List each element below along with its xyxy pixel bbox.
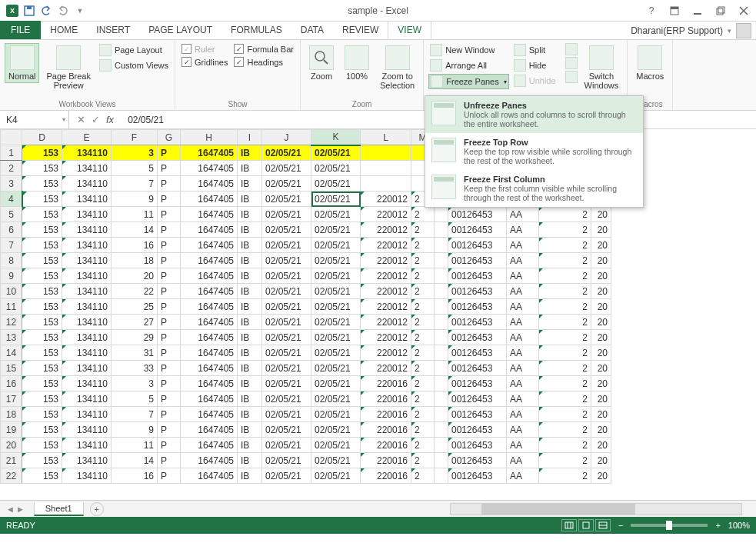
cell[interactable]: 20 bbox=[591, 238, 611, 253]
cell[interactable]: 220016 bbox=[361, 376, 411, 391]
cell[interactable]: 153 bbox=[22, 253, 62, 268]
restore-icon[interactable] bbox=[711, 3, 730, 18]
reset-pos-icon[interactable] bbox=[565, 71, 578, 83]
cell[interactable]: 153 bbox=[22, 176, 62, 192]
cell[interactable] bbox=[435, 253, 448, 268]
cell[interactable]: IB bbox=[238, 345, 262, 361]
row-header[interactable]: 18 bbox=[1, 407, 22, 422]
cell[interactable]: 153 bbox=[22, 145, 62, 161]
cell[interactable]: 16 bbox=[112, 468, 158, 484]
cell[interactable] bbox=[435, 238, 448, 253]
cell[interactable]: 1647405 bbox=[181, 438, 238, 453]
cell[interactable]: P bbox=[158, 453, 181, 468]
row-header[interactable]: 20 bbox=[1, 438, 22, 453]
macros-button[interactable]: Macros bbox=[632, 43, 668, 83]
cell[interactable] bbox=[435, 468, 448, 484]
cell[interactable]: 1647405 bbox=[181, 222, 238, 238]
cell[interactable]: P bbox=[158, 207, 181, 222]
cell[interactable]: 134110 bbox=[62, 315, 112, 330]
cell[interactable]: IB bbox=[238, 361, 262, 376]
cell[interactable]: 2 bbox=[411, 330, 435, 345]
cell[interactable]: 2 bbox=[539, 268, 591, 284]
cell[interactable]: 2 bbox=[411, 422, 435, 438]
cell[interactable]: 2 bbox=[539, 345, 591, 361]
cell[interactable]: 220012 bbox=[361, 268, 411, 284]
tab-home[interactable]: HOME bbox=[41, 21, 87, 39]
freeze-menu-item[interactable]: Freeze Top RowKeep the top row visible w… bbox=[425, 133, 643, 170]
cell[interactable]: 20 bbox=[591, 222, 611, 238]
cell[interactable]: AA bbox=[507, 268, 539, 284]
cell[interactable]: P bbox=[158, 176, 181, 192]
cell[interactable]: 20 bbox=[591, 345, 611, 361]
unhide-button[interactable]: Unhide bbox=[512, 74, 558, 88]
cell[interactable]: 2 bbox=[411, 438, 435, 453]
zoom-out-icon[interactable]: − bbox=[618, 521, 623, 530]
normal-view-button[interactable]: Normal bbox=[5, 43, 39, 83]
cell[interactable]: 134110 bbox=[62, 468, 112, 484]
cell[interactable]: AA bbox=[507, 391, 539, 407]
cell[interactable]: IB bbox=[238, 268, 262, 284]
add-sheet-button[interactable]: + bbox=[90, 502, 104, 516]
column-header[interactable]: G bbox=[158, 130, 181, 145]
cell[interactable]: 134110 bbox=[62, 453, 112, 468]
zoom-slider[interactable] bbox=[631, 524, 708, 527]
cell[interactable]: 134110 bbox=[62, 161, 112, 176]
cell[interactable]: 20 bbox=[591, 376, 611, 391]
gridlines-checkbox[interactable]: ✓Gridlines bbox=[180, 56, 229, 68]
row-header[interactable]: 10 bbox=[1, 284, 22, 299]
cell[interactable]: 153 bbox=[22, 222, 62, 238]
scrollbar-thumb[interactable] bbox=[481, 504, 635, 515]
cell[interactable]: AA bbox=[507, 376, 539, 391]
cell[interactable]: AA bbox=[507, 468, 539, 484]
cell[interactable]: 220012 bbox=[361, 299, 411, 315]
cell[interactable]: AA bbox=[507, 422, 539, 438]
cell[interactable]: 20 bbox=[112, 268, 158, 284]
cell[interactable]: 1647405 bbox=[181, 192, 238, 207]
tab-view[interactable]: VIEW bbox=[388, 21, 431, 39]
row-header[interactable]: 16 bbox=[1, 376, 22, 391]
cell[interactable]: 02/05/21 bbox=[262, 284, 311, 299]
cell[interactable]: 2 bbox=[539, 468, 591, 484]
cell[interactable]: 134110 bbox=[62, 376, 112, 391]
cell[interactable]: 20 bbox=[591, 268, 611, 284]
row-header[interactable]: 8 bbox=[1, 253, 22, 268]
cell[interactable]: 02/05/21 bbox=[311, 361, 361, 376]
cell[interactable] bbox=[435, 345, 448, 361]
name-box[interactable]: K4▾ bbox=[0, 111, 69, 128]
cell[interactable]: 1647405 bbox=[181, 407, 238, 422]
row-header[interactable]: 2 bbox=[1, 161, 22, 176]
cell[interactable] bbox=[435, 299, 448, 315]
cell[interactable]: 2 bbox=[411, 468, 435, 484]
cell[interactable] bbox=[435, 284, 448, 299]
cell[interactable]: IB bbox=[238, 207, 262, 222]
cell[interactable]: 20 bbox=[591, 391, 611, 407]
cell[interactable]: 20 bbox=[591, 330, 611, 345]
cell[interactable]: 25 bbox=[112, 299, 158, 315]
cell[interactable]: 1647405 bbox=[181, 238, 238, 253]
row-header[interactable]: 17 bbox=[1, 391, 22, 407]
cell[interactable]: 22 bbox=[112, 284, 158, 299]
cell[interactable]: 02/05/21 bbox=[311, 207, 361, 222]
cell[interactable]: 153 bbox=[22, 315, 62, 330]
cell[interactable]: AA bbox=[507, 299, 539, 315]
cell[interactable]: 20 bbox=[591, 407, 611, 422]
column-header[interactable]: D bbox=[22, 130, 62, 145]
cell[interactable]: P bbox=[158, 345, 181, 361]
cell[interactable]: P bbox=[158, 330, 181, 345]
horizontal-scrollbar[interactable] bbox=[450, 503, 742, 515]
file-tab[interactable]: FILE bbox=[0, 21, 41, 39]
cell[interactable]: 02/05/21 bbox=[311, 299, 361, 315]
cell[interactable]: 2 bbox=[411, 315, 435, 330]
cell[interactable]: 02/05/21 bbox=[311, 422, 361, 438]
cell[interactable]: 20 bbox=[591, 284, 611, 299]
cell[interactable]: 2 bbox=[539, 253, 591, 268]
cell[interactable]: 153 bbox=[22, 284, 62, 299]
row-header[interactable]: 15 bbox=[1, 361, 22, 376]
cell[interactable]: P bbox=[158, 407, 181, 422]
cell[interactable]: 02/05/21 bbox=[262, 253, 311, 268]
cell[interactable]: 20 bbox=[591, 422, 611, 438]
freeze-menu-item[interactable]: Unfreeze PanesUnlock all rows and column… bbox=[425, 96, 643, 133]
cell[interactable]: 02/05/21 bbox=[262, 176, 311, 192]
cell[interactable]: 153 bbox=[22, 207, 62, 222]
cell[interactable]: 134110 bbox=[62, 438, 112, 453]
